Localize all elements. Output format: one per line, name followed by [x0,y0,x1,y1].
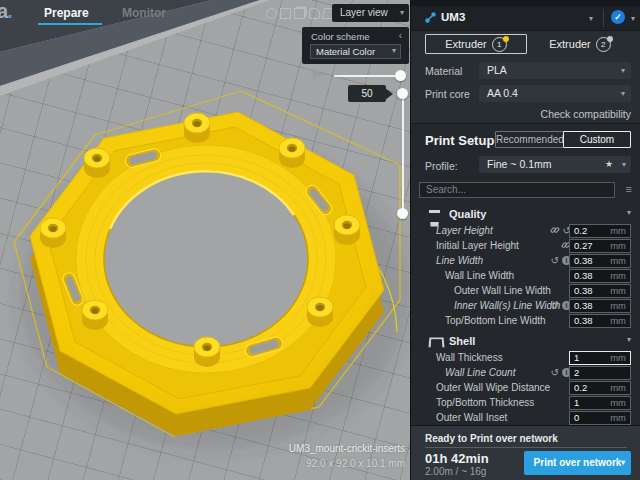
divider [603,9,604,27]
setting-value: 0.38 [574,270,593,281]
layer-slider-top-handle[interactable] [397,88,408,99]
setting-row: Initial Layer Height0.27mm [411,239,640,254]
chevron-down-icon[interactable]: ▾ [627,335,631,344]
printcore-dropdown[interactable]: AA 0.4 ▾ [479,85,631,102]
setting-label: Wall Thickness [436,352,503,363]
model-3d-render[interactable] [0,0,410,480]
extruder-tab-label: Extruder [445,38,487,50]
layers-icon [429,210,440,222]
setting-value-input[interactable]: 0.38mm [569,299,631,313]
link-settings-icon[interactable] [550,225,560,237]
tab-extruder-2[interactable]: Extruder 2 [529,34,631,54]
custom-mode-button[interactable]: Custom [563,131,631,148]
star-icon: ★ [605,156,613,173]
connection-check-icon[interactable]: ✓ [611,10,625,24]
simulation-play-button[interactable]: ▶ [313,66,323,81]
section-title: Shell [449,335,475,347]
setting-value-input[interactable]: 1mm [569,396,631,410]
tab-monitor[interactable]: Monitor [122,6,166,20]
tab-prepare[interactable]: Prepare [44,6,89,20]
setting-value-input[interactable]: 0.27mm [569,239,631,253]
extruder-1-number-icon: 1 [492,37,507,52]
status-text: Ready to Print over network [425,433,558,444]
revert-value-icon[interactable]: ↺ [551,300,559,311]
view-top-icon[interactable] [294,8,305,19]
setting-row: Wall Thickness1mm [411,351,640,366]
view-left-icon[interactable] [309,8,320,19]
setting-value-input[interactable]: 1mm [569,351,631,365]
tab-extruder-1[interactable]: Extruder 1 [425,34,527,54]
layer-slider-bottom-handle[interactable] [397,208,408,219]
setting-value: 0 [574,412,579,423]
settings-section-header[interactable]: Quality▾ [411,206,640,224]
machine-selector[interactable]: UM3 ▾ ✓ ▾ [411,6,640,31]
material-label: Material [425,65,462,77]
material-value: PLA [487,64,507,76]
chevron-down-icon[interactable]: ▾ [627,208,631,217]
setting-unit: mm [610,300,626,312]
profile-value: Fine ~ 0.1mm [487,158,551,170]
settings-section-header[interactable]: Shell▾ [411,333,640,351]
setting-icons: ↺i [551,254,571,267]
print-job-footer: Ready to Print over network 01h 42min 2.… [411,425,640,480]
chevron-down-icon: ▾ [621,62,625,79]
setting-value-input[interactable]: 0.38mm [569,254,631,268]
setting-value: 0.38 [574,285,593,296]
chevron-down-icon[interactable]: ▾ [631,14,635,23]
print-over-network-button[interactable]: Print over network ▾ [524,451,631,475]
material-usage-estimate: 2.00m / ~ 16g [425,466,486,477]
setting-label: Outer Wall Line Width [454,285,551,296]
extruder-tab-label: Extruder [549,38,591,50]
model-filename: UM3_mount-crickit-inserts [289,443,405,454]
setting-value: 0.38 [574,300,593,311]
setting-value-input[interactable]: 0.38mm [569,269,631,283]
path-slider-handle[interactable] [395,70,406,81]
color-scheme-label: Color scheme [311,31,370,42]
collapse-panel-icon[interactable]: ‹ [399,30,402,41]
setting-label: Top/Bottom Thickness [436,397,534,408]
check-compatibility-link[interactable]: Check compatibility [541,108,631,120]
setting-value: 0.38 [574,315,593,326]
setting-label: Initial Layer Height [436,240,519,251]
settings-list[interactable]: Quality▾Layer Height↺0.2mmInitial Layer … [411,202,640,425]
setting-icons: ↺i [551,299,571,312]
print-time-estimate: 01h 42min [425,451,489,466]
setting-label: Inner Wall(s) Line Width [454,300,560,311]
revert-value-icon[interactable]: ↺ [551,255,559,266]
recommended-mode-button[interactable]: Recommended [496,132,564,147]
setting-value-input[interactable]: 0.2mm [569,224,631,238]
view-front-icon[interactable] [280,8,291,19]
revert-value-icon[interactable]: ↺ [551,367,559,378]
viewport-3d[interactable]: a. Prepare Monitor Layer view ▾ Color sc… [0,0,410,480]
active-tab-underline [38,23,102,25]
chevron-down-icon: ▾ [400,4,404,22]
filter-menu-icon[interactable]: ≡ [626,183,632,195]
chevron-down-icon: ▾ [621,451,625,475]
material-dropdown[interactable]: PLA ▾ [479,62,631,79]
setting-row: Line Width↺i0.38mm [411,254,640,269]
setting-label: Layer Height [436,225,493,236]
settings-search-input[interactable]: Search... [419,182,615,198]
setting-row: Wall Line Width0.38mm [411,269,640,284]
layer-slider-track[interactable] [402,93,404,213]
setting-label: Outer Wall Wipe Distance [436,382,550,393]
cura-logo-fragment: a. [0,0,12,23]
profile-dropdown[interactable]: Fine ~ 0.1mm ★ ▾ [479,156,631,173]
view-3d-icon[interactable] [266,8,277,19]
setting-value-input[interactable]: 0.2mm [569,381,631,395]
setting-value: 0.38 [574,255,593,266]
view-mode-dropdown[interactable]: Layer view ▾ [332,4,409,22]
print-button-label: Print over network [534,457,622,468]
setting-value-input[interactable]: 0.38mm [569,314,631,328]
material-color-dot [503,36,509,42]
model-dimensions: 92.0 x 92.0 x 10.1 mm [306,458,405,469]
setting-value-input[interactable]: 0.38mm [569,284,631,298]
setting-value-input[interactable]: 2 [569,366,631,380]
chevron-down-icon: ▾ [392,44,396,57]
color-scheme-dropdown[interactable]: Material Color ▾ [310,44,401,59]
setting-value-input[interactable]: 0mm [569,411,631,425]
machine-name: UM3 [441,11,465,23]
chevron-down-icon: ▾ [622,156,626,173]
setting-label: Wall Line Width [445,270,514,281]
setting-unit: mm [610,270,626,282]
